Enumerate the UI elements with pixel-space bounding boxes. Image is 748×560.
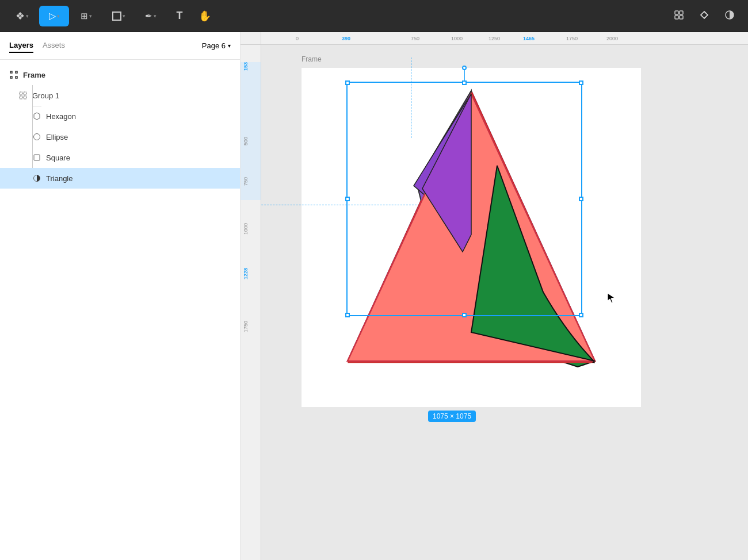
layer-name-hexagon: Hexagon	[46, 112, 231, 121]
page-selector[interactable]: Page 6 ▾	[202, 41, 231, 50]
text-tool-button[interactable]: T	[168, 6, 191, 26]
component-icon	[673, 9, 685, 23]
layer-item-square[interactable]: Square	[0, 147, 240, 168]
logo-button[interactable]: ❖ ▾	[7, 6, 37, 26]
frame-layer-icon	[9, 70, 18, 79]
ruler-mark-0: 0	[296, 36, 299, 41]
layer-item-ellipse[interactable]: Ellipse	[0, 126, 240, 147]
tab-layers[interactable]: Layers	[9, 39, 33, 53]
ruler-mark-1250: 1250	[489, 36, 500, 41]
ruler-corner	[241, 32, 261, 45]
ruler-mark-390: 390	[342, 36, 350, 41]
svg-rect-15	[34, 155, 40, 160]
ruler-mark-153: 153	[243, 62, 249, 71]
size-label: 1075 × 1075	[428, 411, 476, 422]
svg-rect-8	[16, 76, 17, 78]
svg-rect-9	[20, 92, 22, 95]
ruler-top: 0 390 750 1000 1250 1465 1750 2000	[261, 32, 748, 45]
svg-rect-3	[680, 16, 683, 19]
layer-name-triangle: Triangle	[46, 174, 231, 183]
layer-name-group1: Group 1	[32, 91, 231, 100]
layer-name-square: Square	[46, 154, 231, 162]
pen-icon: ✒	[145, 11, 152, 21]
svg-rect-6	[16, 71, 17, 73]
select-tool-button[interactable]: ▷ ▾	[39, 6, 69, 26]
triangle-layer-icon	[32, 174, 41, 183]
layer-item-frame[interactable]: Frame	[0, 64, 240, 85]
svg-rect-12	[24, 96, 26, 99]
shapes-svg	[302, 68, 641, 407]
svg-rect-11	[20, 96, 22, 99]
hand-tool-button[interactable]: ✋	[193, 6, 216, 26]
layer-item-triangle[interactable]: Triangle	[0, 168, 240, 189]
logo-icon: ❖	[16, 10, 25, 22]
artboard[interactable]	[302, 68, 641, 407]
ruler-mark-2000: 2000	[606, 36, 618, 41]
square-layer-icon	[32, 153, 41, 162]
frame-icon: ⊞	[81, 11, 88, 21]
shape-tool-group: ▾	[104, 6, 133, 26]
contrast-icon	[724, 9, 735, 23]
hand-tool-group: ✋	[193, 6, 216, 26]
ruler-mark-500: 500	[243, 137, 249, 145]
text-tool-group: T	[168, 6, 191, 26]
ruler-mark-1000: 1000	[243, 223, 249, 235]
ruler-left: 153 500 750 1000 1228 1750	[241, 45, 261, 560]
frame-tool-button[interactable]: ⊞ ▾	[71, 6, 101, 26]
hexagon-layer-icon	[32, 112, 41, 121]
ruler-mark-750: 750	[243, 177, 249, 186]
ruler-mark-1465: 1465	[523, 36, 535, 41]
ruler-mark-1750: 1750	[243, 321, 249, 332]
page-label: Page 6	[202, 41, 226, 50]
shape-chevron-icon: ▾	[123, 13, 125, 19]
select-icon: ▷	[49, 10, 56, 21]
select-tool-group: ▷ ▾	[39, 6, 69, 26]
svg-marker-13	[34, 113, 40, 120]
svg-rect-0	[675, 11, 678, 14]
svg-rect-10	[24, 92, 26, 95]
svg-rect-5	[10, 71, 12, 73]
toolbar-right	[667, 6, 741, 26]
pen-chevron-icon: ▾	[154, 13, 157, 19]
pen-tool-group: ✒ ▾	[136, 6, 166, 26]
svg-rect-1	[680, 11, 683, 14]
ruler-mark-1750: 1750	[566, 36, 578, 41]
shape-tool-button[interactable]: ▾	[104, 6, 133, 26]
group-layer-icon	[18, 91, 28, 100]
layer-item-hexagon[interactable]: Hexagon	[0, 106, 240, 126]
logo-chevron-icon: ▾	[26, 13, 29, 19]
ellipse-layer-icon	[32, 132, 41, 141]
logo-group: ❖ ▾	[7, 6, 37, 26]
canvas-content[interactable]: Frame	[261, 45, 748, 560]
toolbar: ❖ ▾ ▷ ▾ ⊞ ▾ ▾ ✒ ▾ T ✋	[0, 0, 748, 32]
layer-item-group1[interactable]: Group 1	[0, 85, 240, 106]
frame-tool-group: ⊞ ▾	[71, 6, 101, 26]
main-content: Layers Assets Page 6 ▾ Frame	[0, 32, 748, 560]
text-icon: T	[177, 10, 183, 22]
panel-tabs: Layers Assets Page 6 ▾	[0, 32, 240, 60]
ruler-mark-1000: 1000	[451, 36, 463, 41]
page-chevron-icon: ▾	[228, 43, 231, 49]
svg-rect-7	[10, 76, 12, 78]
mask-button[interactable]	[693, 6, 716, 26]
contrast-button[interactable]	[718, 6, 741, 26]
shape-icon	[112, 11, 121, 21]
svg-rect-2	[675, 16, 678, 19]
select-chevron-icon: ▾	[57, 13, 60, 19]
canvas-area[interactable]: 0 390 750 1000 1250 1465 1750 2000 153 5…	[241, 32, 748, 560]
left-panel: Layers Assets Page 6 ▾ Frame	[0, 32, 241, 560]
tab-assets[interactable]: Assets	[43, 39, 65, 53]
pen-tool-button[interactable]: ✒ ▾	[136, 6, 166, 26]
ruler-mark-750: 750	[411, 36, 419, 41]
frame-chevron-icon: ▾	[89, 13, 92, 19]
layer-name-frame: Frame	[23, 71, 231, 79]
svg-point-14	[34, 134, 40, 140]
ruler-mark-1228: 1228	[243, 268, 249, 279]
component-button[interactable]	[667, 6, 690, 26]
hand-icon: ✋	[199, 10, 211, 22]
mask-icon	[699, 9, 710, 23]
layers-list: Frame Group 1	[0, 60, 240, 560]
layer-name-ellipse: Ellipse	[46, 133, 231, 141]
frame-label: Frame	[302, 55, 322, 63]
